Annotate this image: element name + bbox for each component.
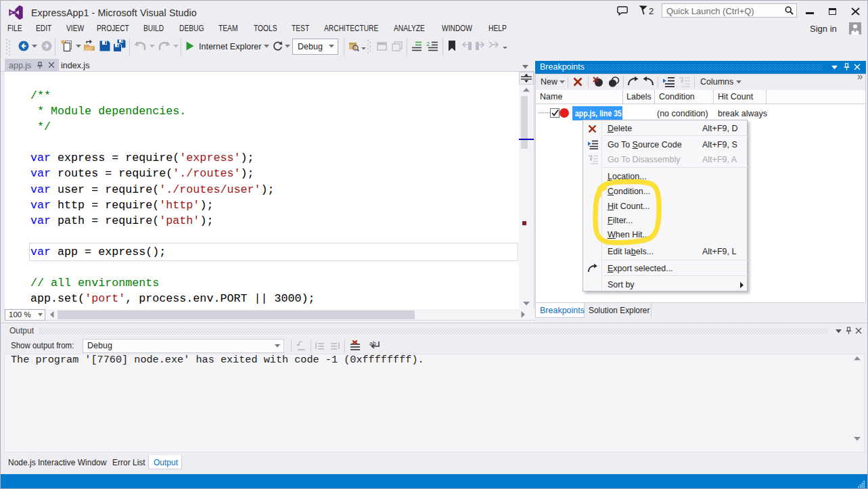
svg-text:2: 2 xyxy=(426,41,430,48)
